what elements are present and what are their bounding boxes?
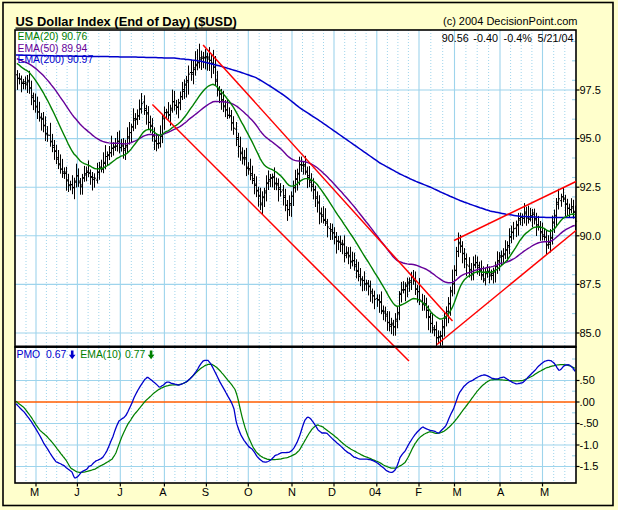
svg-text:F: F — [415, 486, 422, 498]
svg-text:-0.40: -0.40 — [473, 32, 498, 44]
svg-text:M: M — [30, 486, 39, 498]
svg-text:D: D — [328, 486, 336, 498]
svg-text:N: N — [288, 486, 296, 498]
svg-text:A: A — [159, 486, 167, 498]
svg-text:O: O — [244, 486, 253, 498]
svg-text:EMA(20) 90.76: EMA(20) 90.76 — [18, 31, 88, 42]
svg-text:85.0: 85.0 — [580, 327, 601, 339]
svg-text:EMA(10): EMA(10) — [80, 349, 121, 360]
svg-text:87.5: 87.5 — [580, 278, 601, 290]
svg-text:(c) 2004 DecisionPoint.com: (c) 2004 DecisionPoint.com — [443, 15, 578, 27]
svg-text:M: M — [540, 486, 549, 498]
svg-text:M: M — [452, 486, 461, 498]
svg-text:-1.5: -1.5 — [580, 460, 599, 472]
svg-text:.50: .50 — [580, 374, 595, 386]
svg-text:EMA(50) 89.94: EMA(50) 89.94 — [18, 43, 88, 54]
svg-text:5/21/04: 5/21/04 — [537, 32, 573, 44]
svg-text:A: A — [497, 486, 505, 498]
svg-text:90.56: 90.56 — [442, 32, 469, 44]
svg-text:97.5: 97.5 — [580, 84, 601, 96]
svg-text:US Dollar Index (End of Day) (: US Dollar Index (End of Day) ($USD) — [16, 14, 237, 29]
svg-text:0.77: 0.77 — [125, 349, 145, 360]
svg-text:J: J — [117, 486, 123, 498]
svg-text:-.50: -.50 — [580, 417, 599, 429]
svg-text:92.5: 92.5 — [580, 181, 601, 193]
svg-text:-0.4%: -0.4% — [504, 32, 533, 44]
svg-text:S: S — [202, 486, 209, 498]
svg-text:EMA(200) 90.97: EMA(200) 90.97 — [18, 54, 94, 65]
svg-text:95.0: 95.0 — [580, 132, 601, 144]
svg-text:PMO: PMO — [17, 349, 41, 360]
svg-text:J: J — [74, 486, 80, 498]
svg-text:04: 04 — [369, 486, 381, 498]
svg-text:-1.0: -1.0 — [580, 439, 599, 451]
svg-text:.00: .00 — [580, 396, 595, 408]
svg-text:90.0: 90.0 — [580, 230, 601, 242]
svg-text:0.67: 0.67 — [46, 349, 66, 360]
